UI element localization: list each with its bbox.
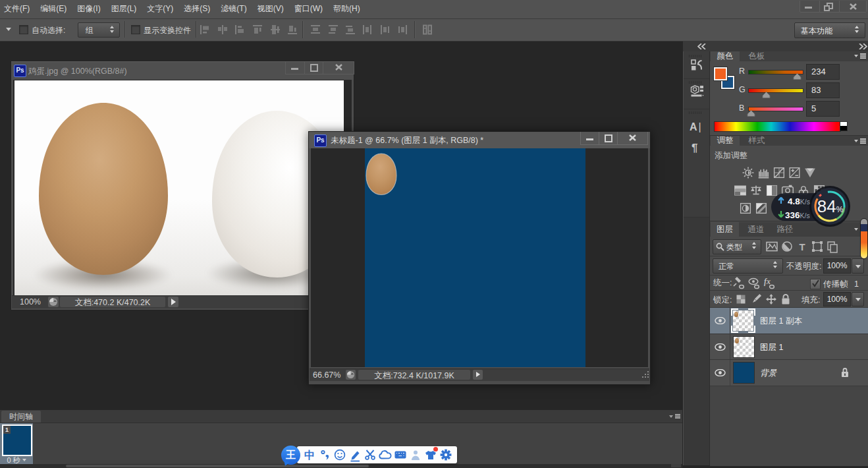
svg-text:中: 中 [304,450,315,461]
svg-text:fx: fx [764,277,771,286]
svg-text:T: T [799,241,805,252]
